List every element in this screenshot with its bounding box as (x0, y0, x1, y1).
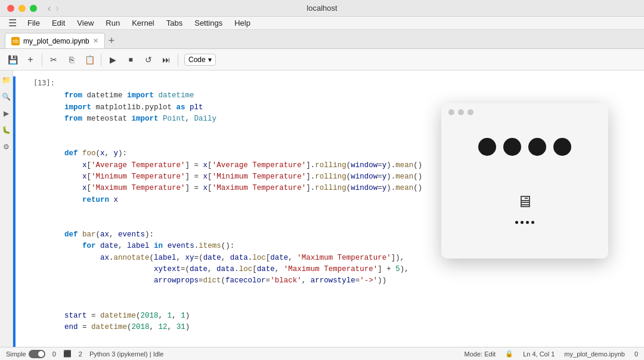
status-filename: my_plot_demo.ipynb (564, 350, 625, 358)
menu-help[interactable]: Help (230, 17, 255, 29)
tab-filename: my_plot_demo.ipynb (23, 37, 89, 45)
forward-button[interactable]: › (55, 3, 58, 14)
separator-1 (42, 54, 42, 66)
cell-type-dropdown-icon: ▾ (208, 56, 212, 64)
nav-buttons: ‹ › (48, 3, 59, 14)
menu-tabs[interactable]: Tabs (162, 17, 187, 29)
copy-button[interactable]: ⎘ (64, 52, 79, 67)
app-icon-4[interactable] (553, 138, 571, 156)
left-sidebar: 📁 🔍 ▶ 🐛 ⚙ (0, 70, 13, 347)
new-tab-button[interactable]: + (109, 35, 115, 48)
dot-2 (521, 221, 524, 224)
sidebar-debug-icon[interactable]: 🐛 (2, 125, 11, 135)
app-icon-3[interactable] (528, 138, 546, 156)
app-icon-1[interactable] (478, 138, 496, 156)
back-button[interactable]: ‹ (48, 3, 51, 14)
python-version: 2 (79, 350, 82, 358)
restart-run-button[interactable]: ⏭ (159, 52, 174, 67)
cell-execution-count: [13]: (18, 76, 60, 347)
cell-active-indicator (13, 76, 16, 347)
dot-3 (526, 221, 529, 224)
error-count: 0 (634, 350, 638, 358)
kernel-status: Python 3 (ipykernel) | Idle (89, 350, 164, 358)
save-button[interactable]: 💾 (5, 52, 20, 67)
tab-close-button[interactable]: ✕ (93, 37, 98, 45)
cut-button[interactable]: ✂ (46, 52, 61, 67)
cell-count-label: 0 (52, 350, 56, 358)
menubar: ☰ File Edit View Run Kernel Tabs Setting… (0, 17, 644, 30)
notebook-tab[interactable]: nb my_plot_demo.ipynb ✕ (5, 33, 105, 48)
app-icon-2[interactable] (503, 138, 521, 156)
paste-button[interactable]: 📋 (82, 52, 97, 67)
sidebar-run-icon[interactable]: ▶ (2, 109, 11, 118)
traffic-lights (7, 5, 37, 12)
lock-icon: 🔒 (505, 350, 513, 358)
titlebar: ‹ › localhost (0, 0, 644, 17)
menu-settings[interactable]: Settings (190, 17, 227, 29)
cell-count-icon: ⬛ (63, 350, 72, 358)
close-button[interactable] (7, 5, 14, 12)
status-right: Mode: Edit 🔒 Ln 4, Col 1 my_plot_demo.ip… (465, 350, 638, 358)
sidebar-files-icon[interactable]: 📁 (2, 75, 11, 85)
toggle-thumb (38, 351, 44, 357)
dot-1 (515, 221, 518, 224)
stop-button[interactable]: ■ (123, 52, 138, 67)
sidebar-extensions-icon[interactable]: ⚙ (2, 142, 11, 152)
run-button[interactable]: ▶ (105, 52, 120, 67)
simple-mode-toggle[interactable]: Simple (6, 350, 45, 358)
maximize-button[interactable] (30, 5, 37, 12)
menu-edit[interactable]: Edit (47, 17, 70, 29)
monitor-icon: 🖥 (516, 192, 533, 211)
popup-close[interactable] (448, 109, 454, 115)
sidebar-search-icon[interactable]: 🔍 (2, 92, 11, 101)
popup-min[interactable] (458, 109, 464, 115)
tab-icon: nb (11, 37, 20, 45)
page-title: localhost (306, 4, 337, 13)
tabbar: nb my_plot_demo.ipynb ✕ + (0, 30, 644, 49)
ln-col-label: Ln 4, Col 1 (523, 350, 555, 358)
separator-3 (178, 54, 178, 66)
app-icons-row (478, 138, 571, 156)
toolbar: 💾 + ✂ ⎘ 📋 ▶ ■ ↺ ⏭ Code ▾ (0, 49, 644, 70)
cell-type-label: Code (188, 56, 206, 64)
dot-4 (531, 221, 534, 224)
menu-file[interactable]: File (23, 17, 45, 29)
simple-label: Simple (6, 350, 26, 358)
restart-button[interactable]: ↺ (141, 52, 156, 67)
toggle-track[interactable] (29, 350, 45, 358)
indicator-dots (515, 221, 534, 224)
menu-kernel[interactable]: Kernel (127, 17, 159, 29)
popup-max[interactable] (467, 109, 473, 115)
cell-type-select[interactable]: Code ▾ (184, 54, 216, 66)
minimize-button[interactable] (18, 5, 26, 12)
mode-label: Mode: Edit (465, 350, 496, 358)
statusbar: Simple 0 ⬛ 2 Python 3 (ipykernel) | Idle… (0, 347, 644, 360)
separator-2 (101, 54, 101, 66)
add-cell-button[interactable]: + (23, 52, 38, 67)
sidebar-toggle[interactable]: ☰ (5, 16, 20, 31)
popup-traffic-lights (448, 109, 473, 115)
popup-overlay: 🖥 (441, 103, 608, 259)
menu-run[interactable]: Run (101, 17, 125, 29)
menu-view[interactable]: View (72, 17, 98, 29)
